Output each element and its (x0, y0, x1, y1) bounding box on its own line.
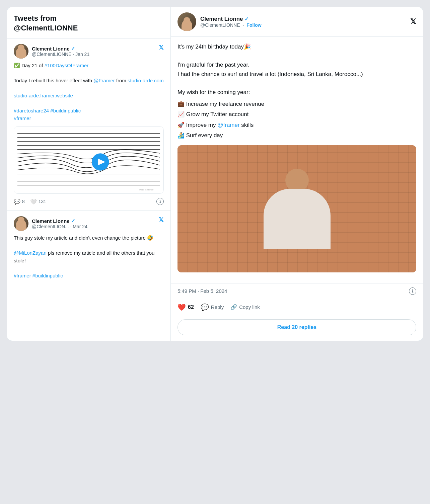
tweet-1-like-count: 131 (39, 199, 46, 204)
tweet-1-actions: 💬 8 🤍 131 ℹ (14, 198, 164, 205)
tweet-1-verified-icon: ✓ (71, 46, 75, 52)
tweet-1-header: Clement Lionne ✓ @ClementLIONNE · Jan 21… (14, 44, 164, 59)
tweet-1-username[interactable]: Clement Lionne (32, 46, 70, 52)
reply-reaction-label: Reply (211, 304, 224, 310)
right-tweet-text: It's my 24th birthday today🎉 I'm gratefu… (177, 42, 416, 140)
follow-button[interactable]: Follow (246, 22, 261, 28)
right-username-row: Clement Lionne ✓ (200, 16, 262, 22)
tweet-1-avatar[interactable] (14, 44, 28, 59)
tweet-2-mention[interactable]: @MiLonZayan (14, 250, 47, 256)
right-user-info: Clement Lionne ✓ @ClementLIONNE · Follow (200, 16, 262, 28)
svg-text:Made in Framer: Made in Framer (139, 189, 153, 191)
tweet-2-header: Clement Lionne ✓ @ClementLION... · Mar 2… (14, 216, 164, 231)
tweet-1-info-btn[interactable]: ℹ (156, 198, 164, 205)
right-header: Clement Lionne ✓ @ClementLIONNE · Follow… (171, 7, 423, 37)
tweet-2-verified-icon: ✓ (71, 218, 75, 224)
right-tweet-body: It's my 24th birthday today🎉 I'm gratefu… (171, 37, 423, 283)
wave-video-preview[interactable]: Made in Framer (14, 127, 163, 193)
like-reaction-btn[interactable]: ❤️ 62 (177, 303, 194, 311)
tweet-2-user-info: Clement Lionne ✓ @ClementLION... · Mar 2… (32, 218, 87, 229)
tweet-line6: My wish for the coming year: (177, 88, 416, 97)
separator: · (242, 22, 244, 28)
tweet-timestamp-row: 5:49 PM · Feb 5, 2024 ℹ (171, 283, 423, 299)
tweet-photo-container (177, 145, 416, 272)
tweet-1-body: ✅ Day 21 of #100DaysOfFramer Today I reb… (14, 62, 164, 122)
right-tweet-info-btn[interactable]: ℹ (409, 287, 416, 295)
reply-reaction-btn[interactable]: 💬 Reply (201, 303, 224, 311)
tweet-wish1: 💼 Increase my freelance revenue (177, 99, 416, 108)
tweet-card-2: Clement Lionne ✓ @ClementLION... · Mar 2… (7, 211, 170, 285)
tweet-2-hashtags[interactable]: #framer #buildinpublic (14, 273, 63, 278)
right-panel: Clement Lionne ✓ @ClementLIONNE · Follow… (171, 7, 423, 341)
tweet-1-user-info: Clement Lionne ✓ @ClementLIONNE · Jan 21 (32, 46, 89, 57)
right-user: Clement Lionne ✓ @ClementLIONNE · Follow (177, 12, 262, 31)
tweet-1-body2: from (116, 78, 128, 83)
tweet-1-handle: @ClementLIONNE · Jan 21 (32, 52, 89, 57)
tweet-1-comment-count: 8 (22, 199, 25, 204)
comment-icon: 💬 (14, 198, 20, 205)
tweet-2-handle: @ClementLION... · Mar 24 (32, 224, 87, 229)
tweet-1-day-text: Day 21 of (21, 63, 44, 68)
left-panel-title: Tweets from @ClementLIONNE (14, 14, 164, 33)
tweet-2-text1: This guy stole my article and didn't eve… (14, 234, 164, 242)
tweet-1-media[interactable]: Made in Framer (14, 126, 164, 194)
tweet-1-body1: Today I rebuilt this hover effect with (14, 78, 93, 83)
tweet-2-avatar[interactable] (14, 216, 28, 231)
right-handle: @ClementLIONNE (200, 22, 240, 28)
tweet-wish3: 🚀 Improve my @framer skills (177, 120, 416, 130)
tweet-1-action-group: 💬 8 🤍 131 (14, 198, 46, 205)
tweet-card-1: Clement Lionne ✓ @ClementLIONNE · Jan 21… (7, 38, 170, 211)
tweet-2-x-icon[interactable]: 𝕏 (159, 216, 164, 224)
tweet-1-username-row: Clement Lionne ✓ (32, 46, 89, 52)
link-icon: 🔗 (230, 304, 237, 310)
reply-reaction-icon: 💬 (201, 303, 209, 311)
tweet-framer-link[interactable]: @framer (217, 122, 239, 128)
tweet-1-hashtags[interactable]: #daretoshare24 #buildinpublic #framer (14, 108, 81, 121)
tweet-2-user: Clement Lionne ✓ @ClementLION... · Mar 2… (14, 216, 87, 231)
tweet-1-mention1[interactable]: @Framer (93, 78, 115, 83)
right-username[interactable]: Clement Lionne (200, 16, 243, 22)
tweet-1-like-btn[interactable]: 🤍 131 (30, 198, 46, 205)
tweet-2-username[interactable]: Clement Lionne (32, 218, 70, 224)
right-avatar[interactable] (177, 12, 196, 31)
right-handle-follow: @ClementLIONNE · Follow (200, 22, 262, 28)
tweet-wish2: 📈 Grow my Twitter account (177, 110, 416, 119)
heart-reaction-icon: ❤️ (177, 303, 186, 311)
read-replies-button[interactable]: Read 20 replies (177, 319, 416, 335)
tweet-1-comment-btn[interactable]: 💬 8 (14, 198, 25, 205)
tweet-2-body: This guy stole my article and didn't eve… (14, 234, 164, 279)
tweet-1-link1[interactable]: studio-arde.com (128, 78, 164, 83)
tweet-line3: I'm grateful for the past year. (177, 60, 416, 69)
tweet-1-link2[interactable]: studio-arde.framer.website (14, 93, 73, 98)
heart-icon: 🤍 (30, 198, 37, 205)
tweet-1-day-badge: ✅ (14, 63, 20, 68)
tweet-wish-list: 💼 Increase my freelance revenue 📈 Grow m… (177, 99, 416, 140)
tweet-1-user: Clement Lionne ✓ @ClementLIONNE · Jan 21 (14, 44, 89, 59)
like-reaction-count: 62 (188, 304, 194, 310)
copy-link-label: Copy link (239, 304, 260, 310)
tweet-wish4: 🏄 Surf every day (177, 131, 416, 140)
right-x-icon[interactable]: 𝕏 (410, 17, 416, 26)
left-panel: Tweets from @ClementLIONNE Clement Lionn… (7, 7, 171, 341)
reaction-row: ❤️ 62 💬 Reply 🔗 Copy link (171, 299, 423, 315)
person-body (264, 189, 331, 249)
copy-link-btn[interactable]: 🔗 Copy link (230, 304, 260, 310)
tweet-2-username-row: Clement Lionne ✓ (32, 218, 87, 224)
tweet-1-x-icon[interactable]: 𝕏 (159, 44, 164, 51)
photo-person (264, 169, 331, 249)
tweet-line1: It's my 24th birthday today🎉 (177, 42, 416, 51)
tweet-1-day-hashtag[interactable]: #100DaysOfFramer (45, 63, 89, 68)
tweet-line4: I had the chance to surf and travel a lo… (177, 70, 416, 79)
tweet-timestamp: 5:49 PM · Feb 5, 2024 (177, 288, 227, 294)
tweet-photo (177, 145, 416, 272)
right-verified-icon: ✓ (244, 16, 249, 22)
left-header: Tweets from @ClementLIONNE (7, 7, 170, 38)
page-container: Tweets from @ClementLIONNE Clement Lionn… (7, 7, 423, 341)
